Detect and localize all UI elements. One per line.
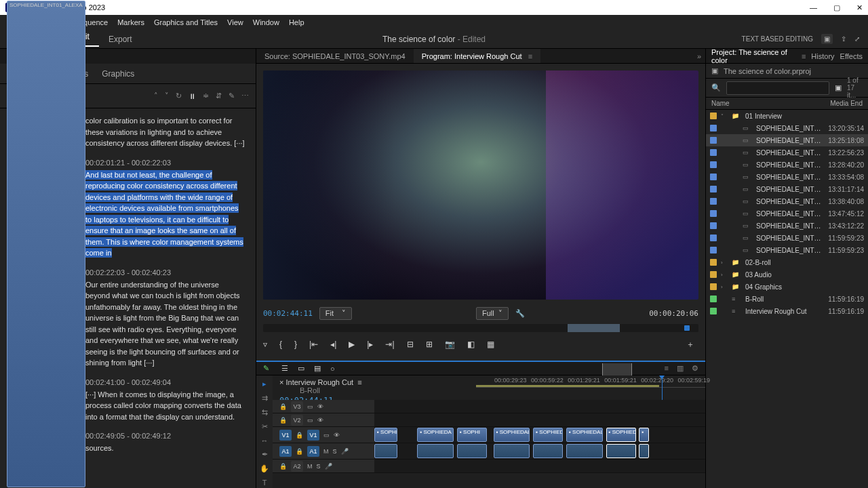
fx-icon[interactable]: ▭ [298, 364, 304, 373]
goto-in-button[interactable]: |⇤ [309, 340, 318, 349]
video-clip[interactable]: ▪ SOPHIEDAL [606, 428, 636, 442]
in-out-region[interactable] [568, 324, 620, 332]
clip-row[interactable]: ▭SOPHIEDALE_INT02_A13:28:40:20 [706, 159, 868, 171]
clip-row[interactable]: ▭SOPHIEDALE_INT02_C13:33:54:08 [706, 171, 868, 183]
marker-button[interactable]: ▿ [263, 340, 267, 349]
menu-view[interactable]: View [227, 18, 243, 26]
filter-b-icon[interactable]: ⇵ [216, 92, 222, 100]
video-clip[interactable]: ▪ SOPHIEDAL [494, 428, 530, 442]
video-clip[interactable]: ▪ SOPHIEDALE_ [566, 428, 603, 442]
clip-row[interactable]: ▭SOPHIEDALE_INT01_IP11:59:59:23 [706, 232, 868, 244]
menu-graphics-titles[interactable]: Graphics and Titles [154, 18, 218, 26]
clip-row[interactable]: ▭SOPHIEDALE_INT03_A13:38:40:08 [706, 195, 868, 207]
program-timecode[interactable]: 00:02:44:11 [263, 309, 313, 318]
circle-icon[interactable]: ○ [330, 365, 335, 373]
workspace-export[interactable]: Export [99, 35, 142, 44]
extract-button[interactable]: ⊞ [426, 340, 433, 349]
clip-row[interactable]: ▭SOPHIEDALE_INT03_S13:43:12:22 [706, 220, 868, 232]
project-item-list[interactable]: ˅📁 01 Interview ▭SOPHIEDALE_INT01_A13:20… [706, 110, 868, 488]
next-match-icon[interactable]: ˅ [165, 92, 169, 100]
close-sequence-icon[interactable]: × [279, 378, 283, 386]
settings-icon[interactable]: 🔧 [515, 309, 525, 318]
hand-tool-icon[interactable]: ✋ [260, 464, 269, 473]
sequence-broll-tab[interactable]: B-Roll [300, 386, 320, 394]
audio-clip[interactable] [374, 444, 397, 458]
quick-export-icon[interactable]: ▣ [821, 34, 833, 44]
export-frame-button[interactable]: 📷 [445, 340, 455, 349]
pen-tool-icon[interactable]: ✒ [262, 450, 268, 459]
video-clip[interactable]: ▪ [639, 428, 649, 442]
bin-row[interactable]: ›📁04 Graphics [706, 281, 868, 293]
minimize-button[interactable]: — [810, 3, 817, 12]
compare-button[interactable]: ◧ [467, 340, 475, 349]
zoom-fit-select[interactable]: Fit˅ [319, 307, 352, 320]
pause-filter-icon[interactable]: ⏸ [189, 92, 196, 100]
tab-graphics[interactable]: Graphics [102, 69, 134, 79]
sequence-row[interactable]: ≡B-Roll11:59:16:19 [706, 293, 868, 305]
in-out-range[interactable] [602, 363, 632, 375]
edit-pencil-icon[interactable]: ✎ [263, 364, 269, 373]
program-tab[interactable]: Program: Interview Rough Cut ≡ [414, 49, 540, 63]
sequence-row[interactable]: ≡Interview Rough Cut11:59:16:19 [706, 305, 868, 317]
program-scrubbar[interactable] [263, 324, 698, 332]
ripple-tool-icon[interactable]: ⇆ [262, 408, 268, 417]
clip-row[interactable]: ▭SOPHIEDALE_INT01_S13:22:56:23 [706, 146, 868, 159]
fullscreen-icon[interactable]: ⤢ [854, 35, 860, 43]
video-clip[interactable]: ▪ SOPHIEDA [417, 428, 454, 442]
share-icon[interactable]: ⇪ [841, 35, 846, 43]
menu-window[interactable]: Window [253, 18, 279, 26]
clip-row[interactable]: ▭SOPHIEDALE_INT01_C13:25:18:08 [706, 134, 868, 146]
stack-icon[interactable]: ▤ [314, 364, 321, 373]
bin-row[interactable]: ›📁02-B-roll [706, 256, 868, 268]
out-button[interactable]: } [294, 340, 297, 349]
track-select-tool-icon[interactable]: ⇉ [262, 394, 268, 403]
timeline-settings-icon[interactable]: ⚙ [692, 364, 698, 373]
timeline-ruler[interactable]: 00:00:29:23 00:00:59:22 00:01:29:21 00:0… [476, 375, 705, 388]
audio-clip[interactable] [457, 444, 487, 458]
refresh-icon[interactable]: ↻ [176, 92, 182, 100]
type-tool-icon[interactable]: T [262, 479, 267, 487]
slip-tool-icon[interactable]: ↔ [261, 436, 269, 445]
timeline-menu-icon[interactable]: ≡ [665, 364, 669, 373]
menu-help[interactable]: Help [289, 18, 304, 26]
video-clip[interactable]: ▪ SOPHIEDA [533, 428, 563, 442]
more-options-icon[interactable]: ⋯ [241, 92, 249, 100]
new-bin-icon[interactable]: ▣ [835, 83, 842, 92]
clip-row[interactable]: ▭SOPHIEDALE_INT02_S13:31:17:14 [706, 183, 868, 195]
audio-clip[interactable] [639, 444, 649, 458]
audio-clip[interactable] [566, 444, 603, 458]
menu-markers[interactable]: Markers [117, 18, 144, 26]
close-button[interactable]: ✕ [856, 3, 863, 12]
sequence-name[interactable]: Interview Rough Cut [286, 378, 354, 386]
selection-tool-icon[interactable]: ▸ [262, 380, 267, 388]
goto-out-button[interactable]: ⇥| [385, 340, 394, 349]
audio-clip[interactable] [533, 444, 563, 458]
effects-tab[interactable]: Effects [840, 52, 863, 60]
panel-overflow-icon[interactable]: » [697, 52, 705, 60]
filter-a-icon[interactable]: ≑ [203, 92, 209, 100]
video-preview[interactable] [263, 70, 698, 300]
history-tab[interactable]: History [811, 52, 834, 60]
in-button[interactable]: { [279, 340, 282, 349]
safe-margins-button[interactable]: ▦ [487, 340, 494, 349]
text-based-editing-label[interactable]: TEXT BASED EDITING [742, 35, 813, 43]
audio-clip[interactable] [494, 444, 530, 458]
col-media-end[interactable]: Media End [830, 100, 863, 107]
step-back-button[interactable]: ◂| [330, 340, 336, 349]
step-fwd-button[interactable]: |▸ [367, 340, 373, 349]
list-view-icon[interactable]: ☰ [281, 364, 288, 373]
prev-match-icon[interactable]: ˄ [154, 92, 158, 100]
razor-tool-icon[interactable]: ✂ [262, 422, 268, 431]
clip-row[interactable]: ▭SOPHIEDALE_INT03_IP11:59:59:23 [706, 244, 868, 256]
col-name[interactable]: Name [711, 100, 830, 107]
timeline-meters-icon[interactable]: ▥ [677, 364, 684, 373]
button-editor-button[interactable]: ＋ [686, 339, 694, 350]
clip-row[interactable]: ▭SOPHIEDALE_INT03_C13:47:45:12 [706, 207, 868, 220]
project-tab[interactable]: Project: The science of color [711, 48, 796, 64]
playhead-marker[interactable] [684, 325, 690, 331]
audio-clip[interactable] [606, 444, 636, 458]
source-tab[interactable]: Source: SOPHIEDALE_INT03_SONY.mp4 [256, 49, 414, 63]
sequence-menu-icon[interactable]: ≡ [355, 378, 361, 386]
video-clip[interactable]: ▪ SOPHI [374, 428, 397, 442]
bin-row[interactable]: ›📁03 Audio [706, 268, 868, 281]
